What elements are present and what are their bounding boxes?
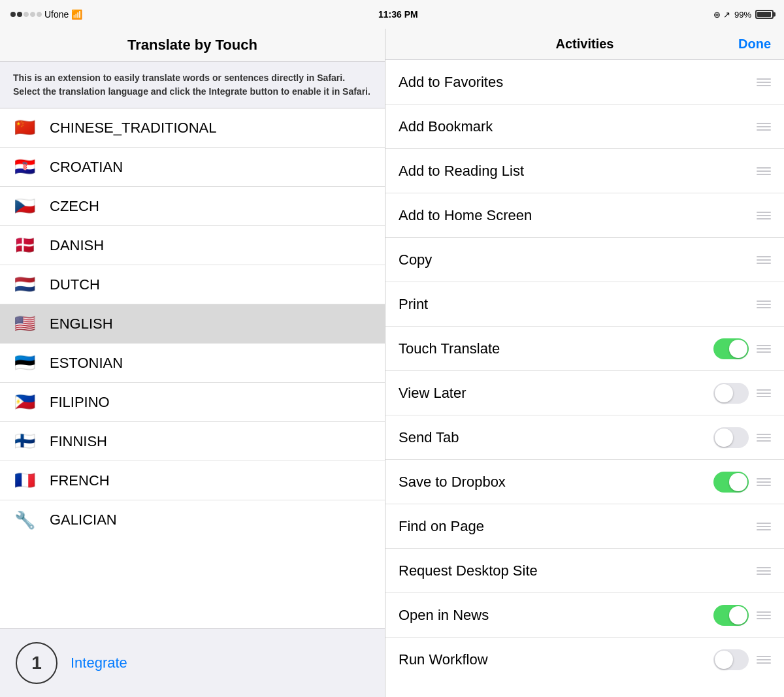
activity-label-open-news: Open in News [399, 607, 489, 624]
language-item-chinese_traditional[interactable]: 🇨🇳CHINESE_TRADITIONAL [0, 108, 385, 148]
drag-line [757, 218, 771, 219]
toggle-send-tab[interactable] [713, 427, 749, 448]
drag-line [757, 123, 771, 124]
drag-handle-open-news[interactable] [757, 611, 771, 619]
language-name-estonian: ESTONIAN [50, 355, 123, 372]
signal-dot-2 [17, 12, 22, 17]
activity-item-find-on-page[interactable]: Find on Page [385, 504, 784, 549]
drag-handle-add-favorites[interactable] [757, 78, 771, 86]
toggle-open-news[interactable] [713, 605, 749, 626]
signal-indicator [10, 12, 42, 17]
left-panel: Translate by Touch This is an extension … [0, 29, 385, 697]
activity-item-run-workflow[interactable]: Run Workflow [385, 638, 784, 682]
drag-handle-find-on-page[interactable] [757, 523, 771, 530]
toggle-view-later[interactable] [713, 383, 749, 404]
drag-line [757, 300, 771, 302]
activity-label-copy: Copy [399, 251, 432, 268]
language-item-finnish[interactable]: 🇫🇮FINNISH [0, 422, 385, 461]
activity-item-add-home-screen[interactable]: Add to Home Screen [385, 193, 784, 238]
drag-handle-print[interactable] [757, 300, 771, 308]
activity-label-view-later: View Later [399, 385, 466, 402]
wifi-icon: 📶 [71, 9, 82, 20]
language-item-croatian[interactable]: 🇭🇷CROATIAN [0, 148, 385, 187]
language-item-english[interactable]: 🇺🇸ENGLISH [0, 304, 385, 344]
carrier-name: Ufone [44, 9, 69, 20]
flag-finnish: 🇫🇮 [10, 432, 39, 451]
battery-percent: 99% [734, 10, 751, 20]
activity-item-print[interactable]: Print [385, 282, 784, 327]
drag-line [757, 351, 771, 353]
drag-line [757, 212, 771, 213]
integrate-button[interactable]: Integrate [71, 655, 127, 672]
drag-line [757, 523, 771, 524]
drag-line [757, 434, 771, 435]
activity-item-view-later[interactable]: View Later [385, 371, 784, 415]
language-name-dutch: DUTCH [50, 276, 100, 293]
description-box: This is an extension to easily translate… [0, 62, 385, 108]
drag-handle-view-later[interactable] [757, 389, 771, 397]
signal-dot-1 [10, 12, 16, 17]
language-item-dutch[interactable]: 🇳🇱DUTCH [0, 265, 385, 304]
toggle-touch-translate[interactable] [713, 338, 749, 359]
toggle-knob-view-later [715, 384, 733, 402]
activity-label-add-home-screen: Add to Home Screen [399, 207, 532, 224]
drag-handle-copy[interactable] [757, 256, 771, 264]
toggle-knob-save-dropbox [729, 473, 747, 491]
drag-handle-add-bookmark[interactable] [757, 123, 771, 131]
activity-item-open-news[interactable]: Open in News [385, 593, 784, 638]
language-name-croatian: CROATIAN [50, 159, 123, 176]
drag-line [757, 389, 771, 391]
drag-line [757, 570, 771, 572]
activity-item-copy[interactable]: Copy [385, 238, 784, 282]
flag-galician: 🔧 [10, 510, 39, 530]
drag-line [757, 529, 771, 530]
drag-line [757, 85, 771, 86]
drag-handle-send-tab[interactable] [757, 434, 771, 442]
step-number: 1 [31, 653, 42, 673]
language-item-czech[interactable]: 🇨🇿CZECH [0, 187, 385, 226]
drag-line [757, 662, 771, 664]
drag-line [757, 656, 771, 657]
drag-line [757, 485, 771, 486]
done-button[interactable]: Done [738, 37, 771, 52]
toggle-run-workflow[interactable] [713, 649, 749, 670]
language-list[interactable]: 🇨🇳CHINESE_TRADITIONAL🇭🇷CROATIAN🇨🇿CZECH🇩🇰… [0, 108, 385, 629]
language-item-danish[interactable]: 🇩🇰DANISH [0, 226, 385, 265]
language-item-french[interactable]: 🇫🇷FRENCH [0, 461, 385, 500]
flag-chinese_traditional: 🇨🇳 [10, 118, 39, 138]
activity-item-send-tab[interactable]: Send Tab [385, 415, 784, 460]
drag-handle-save-dropbox[interactable] [757, 478, 771, 486]
activity-label-run-workflow: Run Workflow [399, 651, 488, 668]
drag-line [757, 215, 771, 216]
drag-handle-add-home-screen[interactable] [757, 212, 771, 219]
activity-item-add-bookmark[interactable]: Add Bookmark [385, 105, 784, 149]
drag-line [757, 304, 771, 305]
left-footer: 1 Integrate [0, 629, 385, 697]
carrier-info: Ufone 📶 [10, 9, 82, 20]
activity-item-save-dropbox[interactable]: Save to Dropbox [385, 460, 784, 504]
toggle-knob-touch-translate [729, 340, 747, 358]
language-name-finnish: FINNISH [50, 433, 107, 450]
activity-label-touch-translate: Touch Translate [399, 340, 500, 357]
language-item-filipino[interactable]: 🇵🇭FILIPINO [0, 383, 385, 422]
language-item-galician[interactable]: 🔧GALICIAN [0, 500, 385, 540]
activity-right-add-home-screen [757, 212, 771, 219]
activity-item-add-reading-list[interactable]: Add to Reading List [385, 149, 784, 193]
activity-right-add-bookmark [757, 123, 771, 131]
activity-item-add-favorites[interactable]: Add to Favorites [385, 60, 784, 105]
drag-line [757, 437, 771, 438]
drag-handle-run-workflow[interactable] [757, 656, 771, 664]
drag-handle-request-desktop[interactable] [757, 567, 771, 575]
toggle-save-dropbox[interactable] [713, 472, 749, 493]
activity-right-touch-translate [713, 338, 771, 359]
drag-handle-touch-translate[interactable] [757, 345, 771, 353]
activity-right-find-on-page [757, 523, 771, 530]
language-item-estonian[interactable]: 🇪🇪ESTONIAN [0, 344, 385, 383]
description-text: This is an extension to easily translate… [13, 71, 372, 99]
activity-item-touch-translate[interactable]: Touch Translate [385, 327, 784, 371]
signal-dot-5 [37, 12, 42, 17]
activity-item-request-desktop[interactable]: Request Desktop Site [385, 549, 784, 593]
activity-label-print: Print [399, 296, 428, 313]
toggle-knob-run-workflow [715, 651, 733, 669]
drag-handle-add-reading-list[interactable] [757, 167, 771, 175]
